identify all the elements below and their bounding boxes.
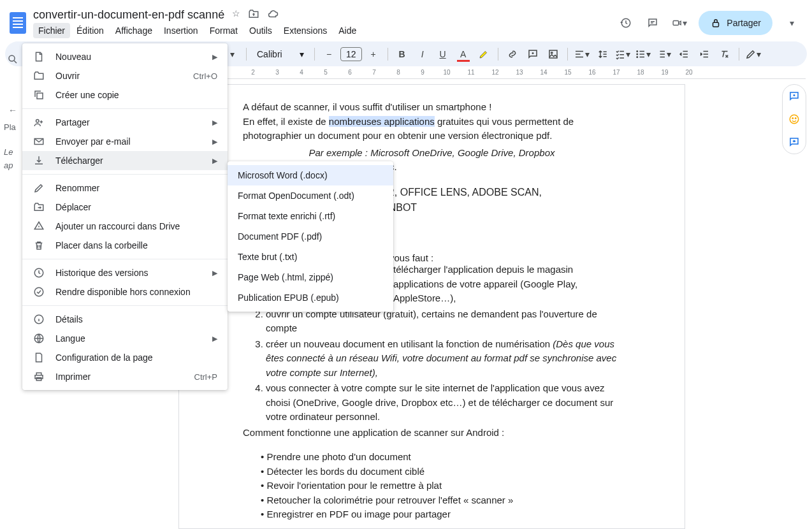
share-dropdown[interactable]: ▾: [784, 15, 799, 31]
svg-point-4: [551, 52, 552, 53]
bullet-list[interactable]: ▾: [634, 45, 652, 63]
editing-mode[interactable]: ▾: [744, 45, 762, 63]
menu-ouvrir[interactable]: OuvrirCtrl+O: [22, 66, 228, 85]
download-epub[interactable]: Publication EPUB (.epub): [228, 287, 393, 308]
svg-point-12: [36, 120, 40, 123]
link-button[interactable]: [504, 45, 521, 63]
menu-hors-connexion[interactable]: Rendre disponible hors connexion: [22, 282, 228, 301]
bold-button[interactable]: B: [393, 45, 411, 63]
menu-config[interactable]: Configuration de la page: [22, 348, 228, 367]
download-docx[interactable]: Microsoft Word (.docx): [228, 165, 393, 185]
svg-point-7: [637, 56, 638, 57]
line-spacing[interactable]: [593, 45, 611, 63]
svg-rect-11: [37, 93, 43, 99]
font-select[interactable]: Calibri▾: [252, 49, 309, 59]
lock-icon: [710, 17, 721, 29]
svg-point-5: [637, 50, 638, 52]
image-button[interactable]: [544, 45, 562, 63]
increase-size[interactable]: +: [365, 45, 382, 63]
text-color[interactable]: A: [454, 45, 472, 63]
share-button[interactable]: Partager: [699, 11, 772, 35]
cloud-status-icon[interactable]: [267, 8, 279, 22]
download-rtf[interactable]: Format texte enrichi (.rtf): [228, 206, 393, 226]
clear-format[interactable]: [716, 45, 734, 63]
font-size[interactable]: 12: [340, 47, 362, 61]
menu-renommer[interactable]: Renommer: [22, 178, 228, 198]
menu-format[interactable]: Format: [205, 23, 243, 38]
menu-insertion[interactable]: Insertion: [159, 23, 203, 38]
menu-corbeille[interactable]: Placer dans la corbeille: [22, 236, 228, 255]
align-button[interactable]: ▾: [573, 45, 591, 63]
menubar: Fichier Édition Affichage Insertion Form…: [33, 23, 618, 38]
back-icon[interactable]: ←: [8, 105, 17, 115]
menu-partager[interactable]: Partager▶: [22, 113, 228, 132]
file-menu-dropdown: Nouveau▶ OuvrirCtrl+O Créer une copie Pa…: [22, 43, 228, 390]
svg-point-2: [9, 55, 15, 61]
decrease-size[interactable]: −: [320, 45, 338, 63]
add-comment-icon[interactable]: [783, 85, 806, 108]
svg-point-6: [637, 54, 638, 55]
svg-point-14: [34, 287, 43, 296]
menu-raccourci[interactable]: Ajouter un raccourci dans Drive: [22, 217, 228, 236]
menu-nouveau[interactable]: Nouveau▶: [22, 47, 228, 66]
menu-imprimer[interactable]: ImprimerCtrl+P: [22, 367, 228, 386]
outline-panel-fragment: Pla Le ap: [4, 122, 22, 174]
history-icon[interactable]: [618, 15, 634, 31]
menu-deplacer[interactable]: Déplacer: [22, 198, 228, 217]
italic-button[interactable]: I: [414, 45, 431, 63]
svg-point-8: [790, 115, 799, 124]
move-icon[interactable]: [248, 8, 259, 22]
comments-icon[interactable]: [645, 15, 660, 31]
download-pdf[interactable]: Document PDF (.pdf): [228, 226, 393, 247]
menu-langue[interactable]: Langue▶: [22, 329, 228, 348]
menu-historique[interactable]: Historique des versions▶: [22, 263, 228, 282]
svg-rect-1: [713, 22, 719, 27]
menu-outils[interactable]: Outils: [244, 23, 277, 38]
document-title[interactable]: convertir-un-document-en-pdf scanné: [33, 8, 224, 22]
svg-point-10: [795, 118, 797, 119]
search-icon[interactable]: [7, 54, 18, 67]
download-txt[interactable]: Texte brut (.txt): [228, 247, 393, 267]
download-odt[interactable]: Format OpenDocument (.odt): [228, 185, 393, 206]
docs-logo[interactable]: [5, 10, 31, 36]
indent-button[interactable]: [695, 45, 713, 63]
menu-email[interactable]: Envoyer par e-mail▶: [22, 132, 228, 151]
star-icon[interactable]: ☆: [232, 8, 240, 22]
underline-button[interactable]: U: [434, 45, 452, 63]
share-label: Partager: [727, 18, 761, 28]
download-html[interactable]: Page Web (.html, zippé): [228, 267, 393, 287]
meet-icon[interactable]: ▾: [672, 15, 687, 31]
menu-fichier[interactable]: Fichier: [33, 23, 70, 38]
menu-affichage[interactable]: Affichage: [110, 23, 157, 38]
highlight-button[interactable]: [475, 45, 493, 63]
svg-rect-0: [673, 20, 679, 25]
menu-copie[interactable]: Créer une copie: [22, 85, 228, 105]
download-submenu: Microsoft Word (.docx) Format OpenDocume…: [228, 161, 393, 312]
emoji-icon[interactable]: [783, 108, 806, 131]
outdent-button[interactable]: [675, 45, 693, 63]
menu-telecharger[interactable]: Télécharger▶: [22, 151, 228, 170]
numbered-list[interactable]: ▾: [655, 45, 672, 63]
menu-extensions[interactable]: Extensions: [279, 23, 332, 38]
svg-rect-3: [549, 50, 557, 58]
menu-edition[interactable]: Édition: [71, 23, 109, 38]
checklist-button[interactable]: ▾: [614, 45, 632, 63]
menu-aide[interactable]: Aide: [333, 23, 361, 38]
menu-details[interactable]: Détails: [22, 310, 228, 329]
suggest-icon[interactable]: [783, 131, 806, 154]
svg-point-9: [792, 118, 794, 119]
comment-button[interactable]: [524, 45, 542, 63]
